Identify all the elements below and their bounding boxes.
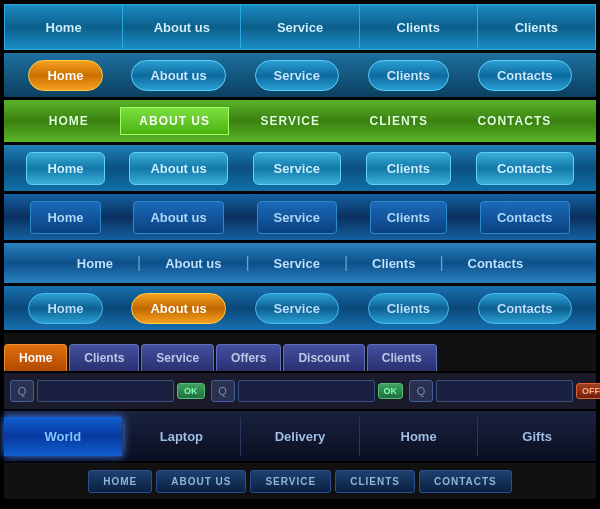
nav1-about[interactable]: About us [123, 5, 241, 49]
nav5-service[interactable]: Service [257, 201, 337, 234]
nav7-service[interactable]: Service [255, 293, 339, 324]
nav10-world[interactable]: World [4, 417, 123, 456]
nav4-service[interactable]: Service [253, 152, 341, 185]
nav6-service[interactable]: Service [250, 248, 344, 279]
navbar-8: Home Clients Service Offers Discount Cli… [4, 333, 596, 371]
search-input-3[interactable] [436, 380, 573, 402]
nav10-gifts[interactable]: Gifts [478, 417, 596, 456]
nav8-clients2[interactable]: Clients [367, 344, 437, 371]
search-input-2[interactable] [238, 380, 375, 402]
nav2-contacts[interactable]: Contacts [478, 60, 572, 91]
nav7-contacts[interactable]: Contacts [478, 293, 572, 324]
nav7-home[interactable]: Home [28, 293, 102, 324]
nav8-service[interactable]: Service [141, 344, 214, 371]
nav11-contacts[interactable]: CONTACTS [419, 470, 512, 493]
nav4-home[interactable]: Home [26, 152, 104, 185]
nav6-contacts[interactable]: Contacts [444, 248, 548, 279]
nav10-laptop[interactable]: Laptop [123, 417, 242, 456]
search-input-1[interactable] [37, 380, 174, 402]
search-icon-2: Q [211, 380, 235, 402]
nav5-about[interactable]: About us [133, 201, 223, 234]
ok-button-3[interactable]: OFF [576, 383, 600, 399]
nav11-about[interactable]: ABOUT US [156, 470, 246, 493]
nav10-home[interactable]: Home [360, 417, 479, 456]
ok-button-1[interactable]: OK [177, 383, 205, 399]
nav3-contacts[interactable]: CONTACTS [459, 108, 569, 134]
nav3-service[interactable]: SERVICE [243, 108, 338, 134]
nav8-discount[interactable]: Discount [283, 344, 364, 371]
nav2-home[interactable]: Home [28, 60, 102, 91]
nav4-contacts[interactable]: Contacts [476, 152, 574, 185]
nav5-clients[interactable]: Clients [370, 201, 447, 234]
navbar-1: Home About us Service Clients Clients [4, 4, 596, 50]
nav6-home[interactable]: Home [53, 248, 137, 279]
navbar-6: Home | About us | Service | Clients | Co… [4, 243, 596, 283]
nav10-delivery[interactable]: Delivery [241, 417, 360, 456]
search-group-1: Q OK [10, 380, 205, 402]
search-icon-3: Q [409, 380, 433, 402]
ok-button-2[interactable]: OK [378, 383, 404, 399]
nav5-contacts[interactable]: Contacts [480, 201, 570, 234]
nav11-home[interactable]: HOME [88, 470, 152, 493]
nav11-clients[interactable]: CLIENTS [335, 470, 415, 493]
navbar-3: HOME ABOUT US SERVICE CLIENTS CONTACTS [4, 100, 596, 142]
nav2-service[interactable]: Service [255, 60, 339, 91]
nav11-service[interactable]: SERVICE [250, 470, 331, 493]
navbar-5: Home About us Service Clients Contacts [4, 194, 596, 240]
navbar-7: Home About us Service Clients Contacts [4, 286, 596, 330]
nav4-clients[interactable]: Clients [366, 152, 451, 185]
nav3-home[interactable]: HOME [31, 108, 107, 134]
search-group-3: Q OFF [409, 380, 600, 402]
nav4-about[interactable]: About us [129, 152, 227, 185]
navbar-4: Home About us Service Clients Contacts [4, 145, 596, 191]
nav3-clients[interactable]: CLIENTS [352, 108, 446, 134]
search-group-2: Q OK [211, 380, 404, 402]
nav2-about[interactable]: About us [131, 60, 225, 91]
navbar-11: HOME ABOUT US SERVICE CLIENTS CONTACTS [4, 463, 596, 499]
nav1-clients[interactable]: Clients [360, 5, 478, 49]
nav7-clients[interactable]: Clients [368, 293, 449, 324]
nav6-about[interactable]: About us [141, 248, 245, 279]
navbar-2: Home About us Service Clients Contacts [4, 53, 596, 97]
nav1-service[interactable]: Service [241, 5, 359, 49]
nav2-clients[interactable]: Clients [368, 60, 449, 91]
nav5-home[interactable]: Home [30, 201, 100, 234]
nav3-about[interactable]: ABOUT US [120, 107, 229, 135]
nav8-clients[interactable]: Clients [69, 344, 139, 371]
nav8-home[interactable]: Home [4, 344, 67, 371]
nav7-about[interactable]: About us [131, 293, 225, 324]
search-bar-row: Q OK Q OK Q OFF OK [4, 373, 596, 409]
nav1-home[interactable]: Home [5, 5, 123, 49]
navbar-10: World Laptop Delivery Home Gifts [4, 411, 596, 461]
nav6-clients[interactable]: Clients [348, 248, 439, 279]
nav8-offers[interactable]: Offers [216, 344, 281, 371]
search-icon-1: Q [10, 380, 34, 402]
nav1-clients2[interactable]: Clients [478, 5, 595, 49]
